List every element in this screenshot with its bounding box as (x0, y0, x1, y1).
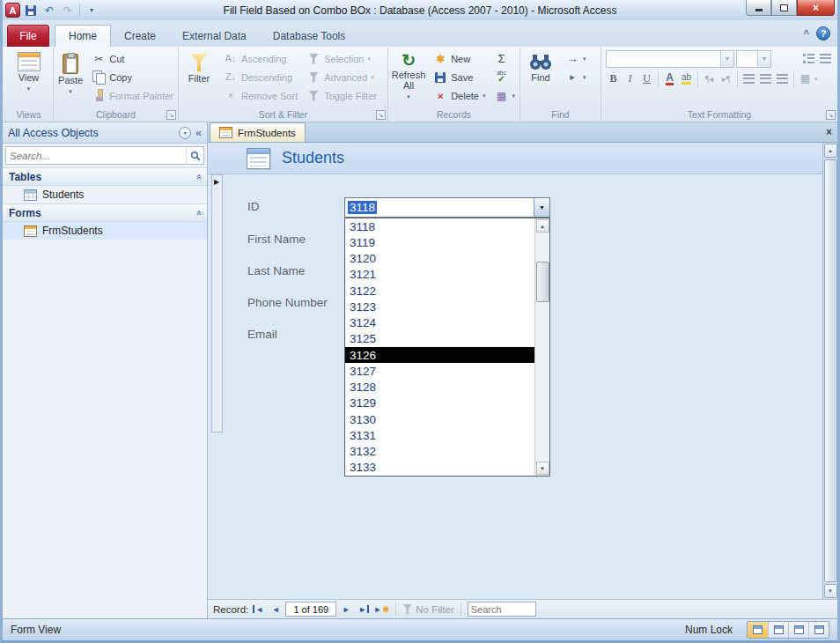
combo-option[interactable]: 3132 (345, 444, 534, 460)
combo-option[interactable]: 3127 (345, 363, 534, 379)
maximize-button[interactable] (771, 0, 797, 16)
nav-item-frmstudents-form[interactable]: FrmStudents (3, 222, 207, 240)
select-button[interactable]: ▸ ▾ (562, 68, 590, 86)
gridlines-button[interactable]: ▦ (798, 70, 813, 87)
access-logo-icon[interactable]: A (5, 3, 20, 18)
cut-button[interactable]: ✂ Cut (88, 49, 177, 68)
section-header-tables[interactable]: Tables » (3, 167, 207, 186)
combo-option[interactable]: 3121 (345, 267, 534, 283)
combo-option[interactable]: 3133 (345, 460, 534, 476)
tab-home[interactable]: Home (55, 25, 111, 47)
find-button[interactable]: Find (521, 48, 560, 105)
italic-button[interactable]: I (623, 70, 637, 87)
document-close-icon[interactable]: × (826, 126, 832, 138)
bullets-button[interactable] (801, 50, 816, 67)
filter-button[interactable]: Filter (180, 48, 218, 105)
highlight-button[interactable]: ab (679, 70, 694, 87)
design-view-button[interactable] (808, 622, 829, 638)
tab-database-tools[interactable]: Database Tools (260, 25, 359, 47)
font-size-combo[interactable]: ▼ (736, 50, 771, 68)
combo-option[interactable]: 3128 (345, 380, 534, 395)
save-quick-button[interactable] (23, 3, 39, 18)
numbering-button[interactable] (818, 50, 833, 67)
shutter-bar-collapse-icon[interactable]: « (195, 127, 202, 139)
ltr-button[interactable]: ¶◂ (702, 70, 717, 87)
record-search-input[interactable] (468, 602, 536, 617)
help-button[interactable]: ? (816, 26, 830, 41)
goto-button[interactable]: → ▾ (562, 49, 590, 68)
tab-create[interactable]: Create (111, 25, 169, 47)
redo-button[interactable]: ↷ (60, 3, 76, 18)
align-left-button[interactable] (741, 70, 756, 87)
dropdown-scroll-thumb[interactable] (536, 262, 549, 302)
combo-option[interactable]: 3125 (345, 331, 534, 347)
dropdown-scroll-down-icon[interactable]: ▼ (536, 462, 549, 475)
combo-option-selected[interactable]: 3126 (345, 347, 534, 363)
document-tab-frmstudents[interactable]: FrmStudents (210, 122, 306, 142)
combo-option[interactable]: 3123 (345, 299, 534, 314)
first-record-button[interactable]: ◄ (250, 602, 266, 617)
combo-option[interactable]: 3119 (345, 234, 534, 250)
ascending-button[interactable]: A↓ Ascending (220, 49, 301, 68)
document-scrollbar[interactable]: ▲ ▼ (822, 143, 837, 599)
paste-button[interactable]: Paste ▾ (55, 48, 86, 105)
collapse-ribbon-button[interactable]: ^ (804, 28, 809, 39)
descending-button[interactable]: Z↓ Descending (220, 68, 301, 86)
font-name-combo[interactable]: ▼ (606, 50, 734, 68)
text-formatting-dialog-launcher[interactable]: ↘ (826, 110, 836, 120)
next-record-button[interactable]: ► (338, 602, 354, 617)
rtl-button[interactable]: ▸¶ (718, 70, 733, 87)
id-combo-box[interactable]: 3118 ▼ (344, 197, 550, 218)
font-color-button[interactable]: A (662, 70, 677, 87)
combo-option[interactable]: 3131 (345, 427, 534, 443)
combo-option[interactable]: 3124 (345, 315, 534, 331)
dropdown-scroll-up-icon[interactable]: ▲ (536, 219, 549, 233)
datasheet-view-button[interactable] (768, 622, 788, 638)
section-header-forms[interactable]: Forms » (3, 203, 207, 222)
save-record-button[interactable]: Save (430, 68, 489, 86)
tab-file[interactable]: File (7, 25, 49, 47)
new-record-nav-button[interactable]: ►✱ (373, 602, 389, 617)
delete-record-button[interactable]: × Delete ▾ (430, 86, 489, 105)
new-record-button[interactable]: ✱ New (430, 49, 489, 68)
combo-option[interactable]: 3122 (345, 283, 534, 299)
selection-button[interactable]: Selection ▾ (303, 49, 380, 68)
tab-external-data[interactable]: External Data (169, 25, 260, 47)
previous-record-button[interactable]: ◄ (268, 602, 284, 617)
record-selector-bar[interactable]: ▶ (211, 174, 223, 432)
totals-button[interactable]: Σ (490, 49, 519, 68)
form-view-button[interactable] (748, 622, 768, 638)
last-record-button[interactable]: ► (356, 602, 372, 617)
align-center-button[interactable] (758, 70, 773, 87)
clipboard-dialog-launcher[interactable]: ↘ (166, 110, 176, 120)
align-right-button[interactable] (775, 70, 790, 87)
layout-view-button[interactable] (788, 622, 808, 638)
remove-sort-button[interactable]: × Remove Sort (220, 86, 301, 105)
refresh-all-button[interactable]: ↻ Refresh All ▾ (389, 48, 428, 105)
combo-option[interactable]: 3118 (345, 218, 534, 234)
no-filter-button[interactable]: No Filter (402, 604, 453, 615)
sort-filter-dialog-launcher[interactable]: ↘ (376, 110, 386, 120)
combo-option[interactable]: 3120 (345, 251, 534, 267)
combo-dropdown-button[interactable]: ▼ (534, 198, 549, 217)
copy-button[interactable]: Copy (88, 68, 177, 86)
close-button[interactable]: × (797, 0, 835, 16)
bold-button[interactable]: B (606, 70, 621, 87)
navigation-pane-header[interactable]: All Access Objects ▾ « (3, 122, 207, 144)
pane-menu-icon[interactable]: ▾ (179, 127, 191, 139)
minimize-button[interactable] (746, 0, 771, 16)
format-painter-button[interactable]: Format Painter (88, 86, 177, 105)
undo-button[interactable]: ↶ (41, 3, 57, 18)
navigation-search-input[interactable] (6, 151, 186, 161)
view-button[interactable]: View ▾ (8, 48, 50, 105)
search-icon[interactable] (186, 147, 203, 164)
qat-customize-button[interactable]: ▾ (84, 3, 99, 18)
toggle-filter-button[interactable]: Toggle Filter (303, 86, 380, 105)
document-scroll-up-icon[interactable]: ▲ (824, 144, 837, 158)
document-scroll-down-icon[interactable]: ▼ (824, 584, 837, 598)
spelling-button[interactable]: abc✓ (490, 68, 519, 86)
record-position-box[interactable] (285, 602, 336, 617)
dropdown-scrollbar[interactable]: ▲ ▼ (534, 218, 549, 476)
nav-item-students-table[interactable]: Students (3, 186, 207, 203)
combo-option[interactable]: 3129 (345, 395, 534, 411)
